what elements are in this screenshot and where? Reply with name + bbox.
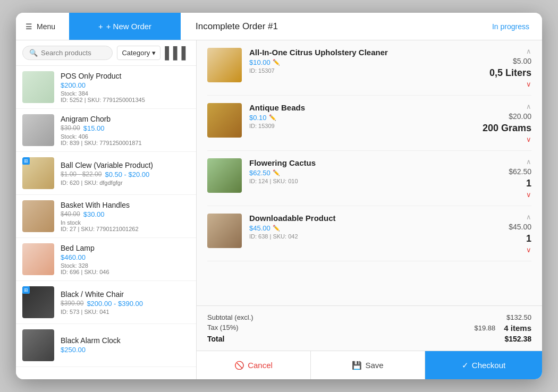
search-bar: 🔍 Category ▾ ▌▌▌	[16, 40, 196, 66]
sidebar: 🔍 Category ▾ ▌▌▌ POS Only Product $200.0…	[16, 40, 197, 379]
category-label: Category	[122, 49, 150, 57]
chevron-down-icon[interactable]: ∨	[526, 191, 531, 198]
order-item-amount: 200 Grams	[483, 123, 531, 134]
price-row: $390.00 $200.00 - $390.00	[61, 300, 190, 308]
price-new: $0.50 - $20.00	[105, 171, 149, 178]
subtotal-value: $132.50	[506, 313, 531, 321]
product-info: Bed Lamp $460.00 Stock: 328 ID: 696 | SK…	[61, 244, 190, 275]
product-list: POS Only Product $200.00 Stock: 384 ID: …	[16, 66, 196, 379]
order-status: In progress	[492, 22, 542, 31]
price-value: $10.00	[249, 58, 270, 66]
order-item-right: ∧ $5.00 0,5 Liters ∨	[468, 48, 531, 88]
order-panel: All-In-One Citrus Upholstery Cleaner $10…	[197, 40, 542, 379]
order-item-right: ∧ $62.50 1 ∨	[468, 158, 531, 198]
price-new: $460.00	[61, 253, 86, 261]
product-list-item[interactable]: Black Alarm Clock $250.00	[16, 324, 196, 367]
header: ☰ Menu + + New Order Incomplete Order #1…	[16, 13, 542, 40]
checkout-button[interactable]: ✓ Checkout	[425, 351, 542, 379]
order-item-cost: $45.00	[509, 223, 531, 231]
order-item-thumbnail	[207, 158, 242, 193]
edit-icon[interactable]: ✏️	[273, 59, 280, 66]
order-item-name: All-In-One Citrus Upholstery Cleaner	[249, 48, 460, 57]
sku-info: ID: 27 | SKU: 7790121001262	[61, 226, 190, 232]
order-item: All-In-One Citrus Upholstery Cleaner $10…	[207, 40, 531, 96]
sku-info: ID: 696 | SKU: 046	[61, 269, 190, 275]
total-value: $152.38	[504, 335, 531, 343]
new-order-button[interactable]: + + New Order	[69, 13, 181, 40]
price-value: $0.10	[249, 114, 267, 122]
sku-info: ID: 5252 | SKU: 7791250001345	[61, 97, 190, 103]
chevron-down-icon[interactable]: ∨	[526, 81, 531, 88]
category-filter-button[interactable]: Category ▾	[117, 46, 160, 60]
chevron-up-icon[interactable]: ∧	[526, 48, 531, 55]
product-name: Bed Lamp	[61, 244, 190, 252]
product-list-item[interactable]: Bed Lamp $460.00 Stock: 328 ID: 696 | SK…	[16, 238, 196, 281]
total-label: Total	[207, 335, 224, 343]
cancel-label: Cancel	[248, 361, 273, 370]
price-row: $250.00	[61, 346, 190, 354]
variable-badge: ⊞	[22, 157, 30, 165]
save-button[interactable]: 💾 Save	[311, 351, 425, 379]
chevron-up-icon[interactable]: ∧	[526, 103, 531, 110]
stock-info: Stock: 328	[61, 262, 190, 269]
order-item-info: All-In-One Citrus Upholstery Cleaner $10…	[249, 48, 460, 74]
plus-icon: +	[98, 22, 103, 31]
items-count-badge: 4 items	[504, 323, 531, 333]
product-name: Black / White Chair	[61, 290, 190, 299]
product-thumbnail: ⊞	[22, 286, 54, 318]
order-item-amount: 1	[526, 233, 531, 244]
price-row: $30.00 $15.00	[61, 124, 190, 132]
edit-icon[interactable]: ✏️	[269, 114, 276, 121]
product-name: POS Only Product	[61, 72, 190, 80]
footer: 🚫 Cancel 💾 Save ✓ Checkout	[197, 351, 542, 379]
cancel-button[interactable]: 🚫 Cancel	[197, 351, 311, 379]
order-item: Downloadable Product $45.00 ✏️ ID: 638 |…	[207, 206, 531, 261]
cancel-icon: 🚫	[234, 361, 244, 370]
edit-icon[interactable]: ✏️	[273, 225, 280, 232]
stock-info: In stock	[61, 219, 190, 226]
checkout-label: Checkout	[472, 361, 505, 370]
order-item-id: ID: 124 | SKU: 010	[249, 178, 460, 184]
chevron-down-icon[interactable]: ∨	[526, 136, 531, 143]
product-list-item[interactable]: POS Only Product $200.00 Stock: 384 ID: …	[16, 66, 196, 109]
product-list-item[interactable]: Anigram Chorb $30.00 $15.00 Stock: 406 I…	[16, 109, 196, 152]
product-thumbnail	[22, 243, 54, 275]
edit-icon[interactable]: ✏️	[273, 169, 280, 176]
total-row: Total $152.38	[207, 335, 531, 343]
product-list-item[interactable]: ⊞ Black / White Chair $390.00 $200.00 - …	[16, 281, 196, 324]
menu-button[interactable]: ☰ Menu	[16, 22, 69, 31]
order-title: Incomplete Order #1	[181, 21, 492, 32]
price-old: $390.00	[61, 300, 83, 307]
order-item-right: ∧ $20.00 200 Grams ∨	[468, 103, 531, 143]
barcode-icon[interactable]: ▌▌▌	[165, 46, 190, 60]
price-row: $200.00	[61, 81, 190, 89]
search-input-wrap[interactable]: 🔍	[22, 46, 113, 60]
tax-label: Tax (15%)	[207, 323, 239, 333]
price-new: $30.00	[83, 210, 105, 218]
product-thumbnail	[22, 114, 54, 146]
price-new: $15.00	[83, 124, 105, 132]
order-item-amount: 0,5 Liters	[489, 67, 531, 79]
order-item: Antique Beads $0.10 ✏️ ID: 15309 ∧ $20.0…	[207, 96, 531, 151]
price-row: $460.00	[61, 253, 190, 261]
order-item-cost: $20.00	[509, 112, 531, 121]
product-name: Ball Clew (Variable Product)	[61, 161, 190, 169]
chevron-up-icon[interactable]: ∧	[526, 158, 531, 165]
subtotal-label: Subtotal (excl.)	[207, 313, 253, 321]
product-thumbnail	[22, 329, 54, 361]
chevron-down-icon[interactable]: ∨	[526, 246, 531, 253]
product-list-item[interactable]: ⊞ Ball Clew (Variable Product) $1.00 - $…	[16, 152, 196, 195]
search-input[interactable]	[41, 49, 106, 57]
order-summary: Subtotal (excl.) $132.50 Tax (15%) $19.8…	[197, 305, 542, 351]
price-old: $40.00	[61, 210, 80, 218]
order-item-id: ID: 15309	[249, 123, 460, 129]
tax-row: Tax (15%) $19.88 4 items	[207, 323, 531, 333]
order-item-price: $45.00 ✏️	[249, 224, 460, 232]
price-row: $40.00 $30.00	[61, 210, 190, 218]
menu-icon: ☰	[26, 22, 32, 31]
chevron-up-icon[interactable]: ∧	[526, 214, 531, 220]
order-item-id: ID: 15307	[249, 67, 460, 74]
order-item-name: Flowering Cactus	[249, 158, 460, 167]
order-item-price: $62.50 ✏️	[249, 169, 460, 177]
product-list-item[interactable]: Basket With Handles $40.00 $30.00 In sto…	[16, 195, 196, 238]
